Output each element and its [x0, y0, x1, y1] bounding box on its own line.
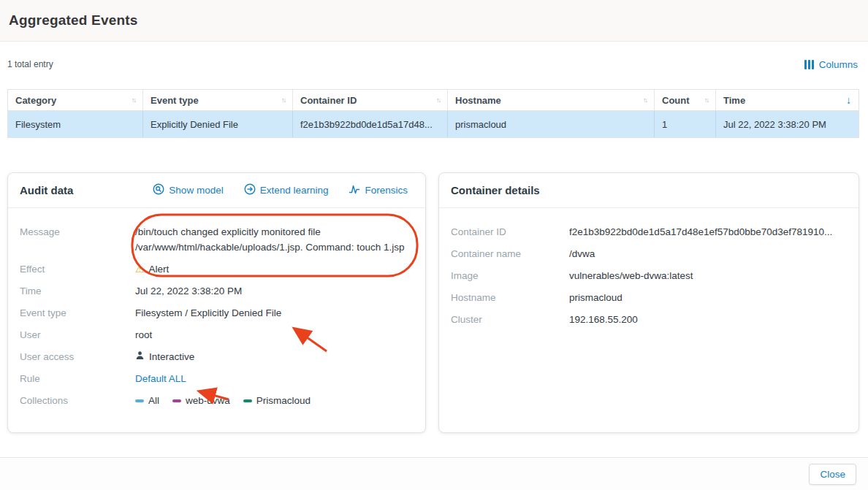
page-title: Aggregated Events: [9, 12, 138, 28]
column-label-container-id: Container ID: [300, 95, 357, 106]
column-header-time[interactable]: Time ↓: [716, 90, 859, 110]
field-row-container-id: Container ID f2e1b3b922bd0de1d5a17d48e1e…: [451, 224, 847, 240]
effect-value: ⚠ Alert: [135, 261, 414, 277]
user-label: User: [20, 327, 135, 342]
column-label-category: Category: [15, 95, 56, 106]
table-toolbar: 1 total entry Columns: [7, 55, 858, 73]
audit-card-header: Audit data Show model: [8, 173, 425, 208]
events-table: Category ↑↓ Event type ↑↓ Container ID ↑…: [7, 89, 859, 138]
rule-label: Rule: [20, 371, 135, 386]
extend-learning-button[interactable]: Extend learning: [244, 183, 329, 197]
field-row-event-type: Event type Filesystem / Explicitly Denie…: [20, 305, 414, 321]
event-type-value: Filesystem / Explicitly Denied File: [135, 305, 414, 321]
container-id-value: f2e1b3b922bd0de1d5a17d48e1ef57bd0bbe70d3…: [569, 224, 847, 240]
container-id-label: Container ID: [451, 224, 569, 240]
field-row-user: User root: [20, 327, 414, 342]
container-details-card: Container details Container ID f2e1b3b92…: [438, 172, 859, 433]
forensics-icon: [349, 183, 360, 197]
column-header-container-id[interactable]: Container ID ↑↓: [293, 90, 448, 110]
extend-learning-label: Extend learning: [260, 185, 329, 196]
column-label-count: Count: [662, 95, 690, 106]
total-entries-text: 1 total entry: [7, 59, 53, 69]
time-value: Jul 22, 2022 3:38:20 PM: [135, 283, 414, 299]
show-model-icon: [153, 183, 164, 197]
field-row-cluster: Cluster 192.168.55.200: [451, 312, 847, 327]
dialog-header: Aggregated Events: [0, 0, 868, 42]
audit-data-card: Audit data Show model: [7, 172, 426, 433]
field-row-message: Message /bin/touch changed explicitly mo…: [20, 224, 414, 255]
sort-both-icon[interactable]: ↑↓: [436, 96, 440, 104]
container-card-body: Container ID f2e1b3b922bd0de1d5a17d48e1e…: [439, 208, 859, 327]
effect-value-text: Alert: [149, 261, 170, 277]
user-access-value: Interactive: [135, 349, 414, 364]
sort-both-icon[interactable]: ↑↓: [704, 96, 708, 104]
cell-hostname: prismacloud: [448, 111, 655, 137]
audit-card-title: Audit data: [20, 184, 73, 196]
event-type-label: Event type: [20, 305, 135, 321]
table-header-row: Category ↑↓ Event type ↑↓ Container ID ↑…: [7, 89, 859, 111]
collection-name: Prismacloud: [256, 393, 311, 408]
column-header-event-type[interactable]: Event type ↑↓: [143, 90, 293, 110]
sort-both-icon[interactable]: ↑↓: [132, 96, 135, 104]
cell-count: 1: [655, 111, 716, 137]
collection-swatch: [243, 399, 252, 402]
field-row-hostname: Hostname prismacloud: [451, 290, 847, 305]
user-access-value-text: Interactive: [149, 349, 194, 364]
sort-both-icon[interactable]: ↑↓: [643, 96, 647, 104]
show-model-button[interactable]: Show model: [153, 183, 223, 197]
audit-card-actions: Show model Extend learning: [153, 183, 408, 197]
columns-icon: [804, 60, 814, 69]
message-label: Message: [20, 224, 135, 240]
sort-desc-icon[interactable]: ↓: [846, 94, 851, 106]
collection-tag-all: All: [135, 393, 159, 408]
collections-value: All web-dvwa Prismacloud: [135, 393, 414, 408]
collection-tag-web-dvwa: web-dvwa: [172, 393, 230, 408]
collection-swatch: [135, 399, 144, 402]
column-header-category[interactable]: Category ↑↓: [8, 90, 143, 110]
field-row-collections: Collections All web-dvwa Prismacloud: [20, 393, 414, 408]
hostname-label: Hostname: [451, 290, 569, 305]
extend-learning-icon: [244, 183, 256, 197]
columns-button[interactable]: Columns: [804, 59, 858, 70]
field-row-image: Image vulnerables/web-dvwa:latest: [451, 268, 847, 283]
column-header-count[interactable]: Count ↑↓: [655, 90, 716, 110]
field-row-rule: Rule Default ALL: [20, 371, 414, 386]
rule-value: Default ALL: [135, 371, 414, 386]
image-label: Image: [451, 268, 569, 283]
container-name-label: Container name: [451, 246, 569, 261]
cluster-value: 192.168.55.200: [569, 312, 847, 327]
cell-time: Jul 22, 2022 3:38:20 PM: [716, 111, 859, 137]
aggregated-events-dialog: Aggregated Events 1 total entry Columns …: [0, 0, 868, 490]
container-card-header: Container details: [439, 173, 859, 208]
forensics-button[interactable]: Forensics: [349, 183, 408, 197]
show-model-label: Show model: [169, 185, 223, 196]
collection-name: All: [148, 393, 159, 408]
effect-label: Effect: [20, 261, 135, 277]
container-name-value: /dvwa: [569, 246, 847, 261]
cell-event-type: Explicitly Denied File: [143, 111, 293, 137]
time-label: Time: [20, 283, 135, 299]
table-row[interactable]: Filesystem Explicitly Denied File f2e1b3…: [7, 111, 859, 138]
warning-icon: ⚠: [135, 261, 145, 277]
column-label-event-type: Event type: [151, 95, 199, 106]
image-value: vulnerables/web-dvwa:latest: [569, 268, 847, 283]
rule-link[interactable]: Default ALL: [135, 373, 186, 384]
dialog-footer: Close: [0, 457, 868, 490]
cluster-label: Cluster: [451, 312, 569, 327]
message-value: /bin/touch changed explicitly monitored …: [135, 224, 414, 255]
collection-swatch: [172, 399, 181, 402]
close-button[interactable]: Close: [809, 464, 856, 485]
column-label-hostname: Hostname: [455, 95, 501, 106]
field-row-time: Time Jul 22, 2022 3:38:20 PM: [20, 283, 414, 299]
container-card-title: Container details: [451, 184, 540, 196]
audit-card-body: Message /bin/touch changed explicitly mo…: [8, 208, 425, 408]
field-row-user-access: User access Interactive: [20, 349, 414, 364]
forensics-label: Forensics: [365, 185, 408, 196]
column-label-time: Time: [723, 95, 745, 106]
collections-label: Collections: [20, 393, 135, 408]
column-header-hostname[interactable]: Hostname ↑↓: [448, 90, 655, 110]
user-access-label: User access: [20, 349, 135, 364]
cell-container-id: f2e1b3b922bd0de1d5a17d48...: [293, 111, 448, 137]
sort-both-icon[interactable]: ↑↓: [281, 96, 285, 104]
collection-tag-prismacloud: Prismacloud: [243, 393, 311, 408]
